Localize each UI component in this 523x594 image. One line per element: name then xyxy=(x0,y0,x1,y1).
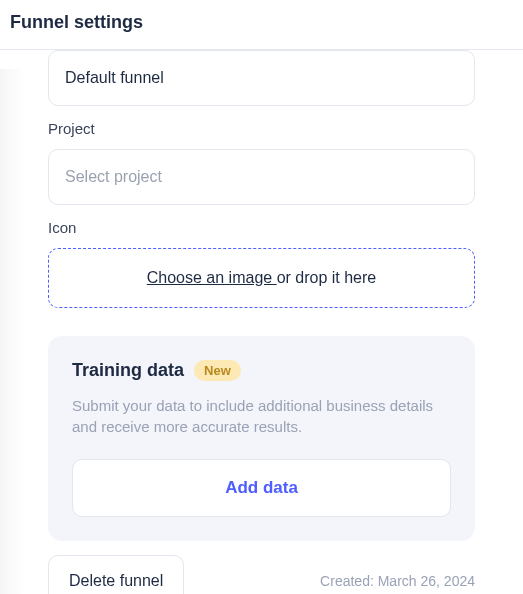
choose-image-link[interactable]: Choose an image xyxy=(147,269,277,286)
add-data-button[interactable]: Add data xyxy=(72,459,451,517)
page-title: Funnel settings xyxy=(10,12,513,33)
funnel-name-input[interactable] xyxy=(48,50,475,106)
training-data-description: Submit your data to include additional b… xyxy=(72,395,451,437)
new-badge: New xyxy=(194,360,241,381)
training-data-card: Training data New Submit your data to in… xyxy=(48,336,475,541)
project-label: Project xyxy=(48,120,475,137)
dropzone-suffix-text: or drop it here xyxy=(277,269,377,286)
created-date-text: Created: March 26, 2024 xyxy=(320,573,475,589)
training-data-title: Training data xyxy=(72,360,184,381)
settings-form: Project Icon Choose an image or drop it … xyxy=(26,50,497,594)
icon-label: Icon xyxy=(48,219,475,236)
project-select[interactable] xyxy=(48,149,475,205)
delete-funnel-button[interactable]: Delete funnel xyxy=(48,555,184,594)
icon-dropzone[interactable]: Choose an image or drop it here xyxy=(48,248,475,308)
page-header: Funnel settings xyxy=(0,0,523,50)
